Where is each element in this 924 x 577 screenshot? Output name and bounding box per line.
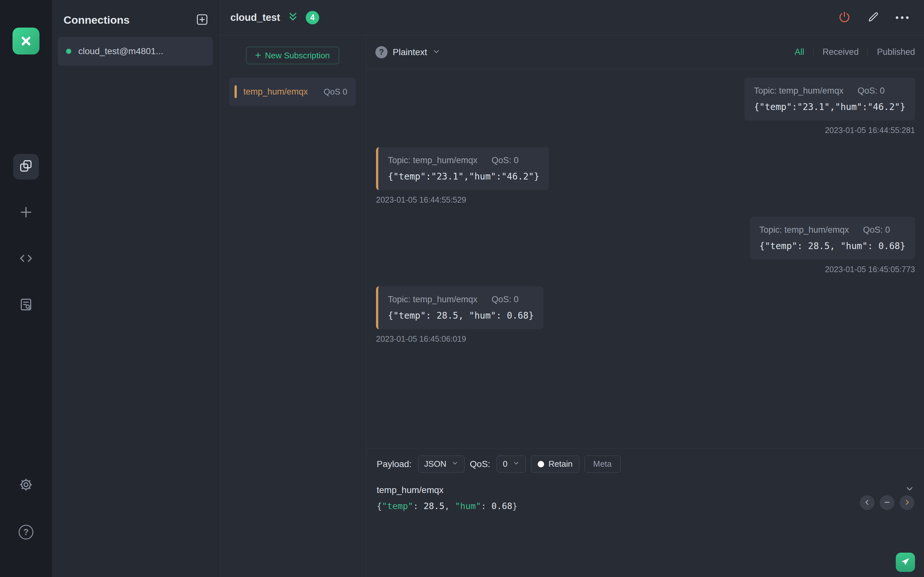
send-button[interactable] [896, 553, 915, 572]
payload-format-select[interactable]: ? Plaintext [375, 46, 441, 58]
message-timestamp: 2023-01-05 16:44:55:529 [376, 195, 466, 205]
connections-icon [19, 159, 33, 174]
log-icon [19, 298, 33, 313]
connection-body: + New Subscription temp_hum/emqx QoS 0 ?… [219, 35, 924, 577]
message-bubble[interactable]: Topic: temp_hum/emqx QoS: 0 {"temp":"23.… [744, 77, 915, 121]
topbar-right [835, 8, 912, 27]
message-bubble[interactable]: Topic: temp_hum/emqx QoS: 0 {"temp":"23.… [376, 147, 549, 190]
code-icon [19, 251, 33, 267]
publish-controls: Payload: JSON QoS: 0 [367, 448, 924, 480]
nav-settings[interactable] [13, 472, 39, 498]
message-payload: {"temp":"23.1","hum":"46.2"} [754, 102, 905, 112]
nav-script[interactable] [13, 246, 39, 272]
topic-input[interactable]: temp_hum/emqx [376, 485, 444, 495]
message-group-published: Topic: temp_hum/emqx QoS: 0 {"temp":"23.… [376, 77, 915, 135]
qos-label: QoS: [470, 459, 490, 469]
connection-name: cloud_test@m4801... [78, 46, 163, 56]
topbar-left: cloud_test 4 [230, 11, 319, 24]
publish-topic-row: temp_hum/emqx [367, 480, 924, 498]
more-options-button[interactable] [893, 8, 912, 27]
chevron-down-icon [451, 459, 459, 469]
editor-token: "hum" [455, 501, 481, 511]
subscriptions-panel: + New Subscription temp_hum/emqx QoS 0 [219, 35, 367, 577]
new-subscription-button[interactable]: + New Subscription [246, 47, 339, 64]
main-area: cloud_test 4 [219, 0, 924, 577]
message-group-published: Topic: temp_hum/emqx QoS: 0 {"temp": 28.… [376, 217, 915, 274]
retain-dot-icon [538, 461, 544, 467]
arrow-left-icon [863, 498, 871, 508]
messages-header: ? Plaintext All Received Published [367, 35, 924, 69]
message-qos: QoS: 0 [491, 155, 519, 165]
nav-new-connection[interactable] [13, 200, 39, 226]
minus-icon [883, 498, 891, 508]
nav-log[interactable] [13, 292, 39, 318]
chevron-down-icon [513, 459, 520, 469]
message-filters: All Received Published [786, 47, 915, 57]
retain-toggle[interactable]: Retain [531, 456, 580, 472]
editor-token: : [413, 501, 424, 511]
message-timestamp: 2023-01-05 16:45:06:019 [376, 334, 466, 343]
qos-dropdown[interactable]: 0 [497, 456, 525, 472]
connection-title: cloud_test [230, 12, 280, 23]
message-payload: {"temp": 28.5, "hum": 0.68} [759, 241, 905, 251]
paper-plane-icon [901, 557, 910, 568]
message-group-received: Topic: temp_hum/emqx QoS: 0 {"temp": 28.… [376, 286, 915, 343]
retain-label: Retain [549, 459, 573, 469]
filter-published[interactable]: Published [867, 47, 915, 57]
message-meta: Topic: temp_hum/emqx QoS: 0 [754, 86, 905, 96]
rail-nav [13, 154, 39, 318]
plus-square-icon [195, 13, 209, 27]
editor-token: 0.68 [491, 501, 512, 511]
message-bubble[interactable]: Topic: temp_hum/emqx QoS: 0 {"temp": 28.… [750, 217, 915, 259]
format-help-icon: ? [375, 46, 388, 58]
double-chevron-down-icon[interactable] [287, 11, 299, 24]
connections-header: Connections [52, 0, 218, 37]
message-topic: Topic: temp_hum/emqx [388, 155, 477, 165]
collapse-editor-icon[interactable] [905, 484, 914, 496]
connections-list: cloud_test@m4801... [52, 37, 218, 66]
editor-token: 28.5 [423, 501, 444, 511]
message-bubble[interactable]: Topic: temp_hum/emqx QoS: 0 {"temp": 28.… [376, 286, 543, 329]
gear-icon [19, 477, 33, 493]
pencil-icon [867, 11, 879, 24]
meta-button[interactable]: Meta [585, 456, 620, 472]
message-timestamp: 2023-01-05 16:44:55:281 [825, 126, 915, 135]
message-meta: Topic: temp_hum/emqx QoS: 0 [759, 225, 905, 235]
subscription-qos: QoS 0 [324, 87, 347, 97]
message-qos: QoS: 0 [863, 225, 890, 235]
qos-value: 0 [503, 459, 507, 469]
message-topic: Topic: temp_hum/emqx [388, 295, 477, 305]
payload-format-dropdown[interactable]: JSON [418, 456, 465, 472]
remove-payload-button[interactable] [880, 495, 895, 510]
message-timestamp: 2023-01-05 16:45:05:773 [825, 265, 915, 274]
ellipsis-icon [896, 16, 909, 19]
editor-token: "temp" [382, 501, 413, 511]
payload-format-value: JSON [424, 459, 446, 469]
format-label: Plaintext [393, 47, 427, 57]
connection-status-dot [66, 49, 71, 54]
messages-panel: ? Plaintext All Received Published [367, 35, 924, 577]
nav-connections[interactable] [13, 154, 39, 179]
power-icon [838, 11, 851, 24]
connections-panel: Connections cloud_test@m4801... [52, 0, 219, 577]
message-topic: Topic: temp_hum/emqx [754, 86, 843, 96]
next-payload-button[interactable] [900, 495, 914, 510]
edit-connection-button[interactable] [864, 8, 883, 27]
connection-item[interactable]: cloud_test@m4801... [58, 37, 213, 66]
subscription-item[interactable]: temp_hum/emqx QoS 0 [229, 77, 356, 106]
new-subscription-label: New Subscription [265, 51, 330, 61]
subscription-topic: temp_hum/emqx [244, 87, 324, 97]
prev-payload-button[interactable] [860, 495, 875, 510]
message-payload: {"temp":"23.1","hum":"46.2"} [388, 171, 540, 182]
help-icon: ? [19, 525, 33, 540]
connection-topbar: cloud_test 4 [219, 0, 924, 35]
filter-all[interactable]: All [786, 47, 813, 57]
disconnect-button[interactable] [835, 8, 854, 27]
nav-help[interactable]: ? [13, 519, 39, 545]
filter-received[interactable]: Received [813, 47, 868, 57]
new-connection-button[interactable] [195, 13, 209, 27]
payload-editor[interactable]: {"temp": 28.5, "hum": 0.68} [367, 498, 924, 514]
publish-panel: Payload: JSON QoS: 0 [367, 448, 924, 577]
message-payload: {"temp": 28.5, "hum": 0.68} [388, 310, 534, 321]
connections-title: Connections [63, 14, 129, 26]
